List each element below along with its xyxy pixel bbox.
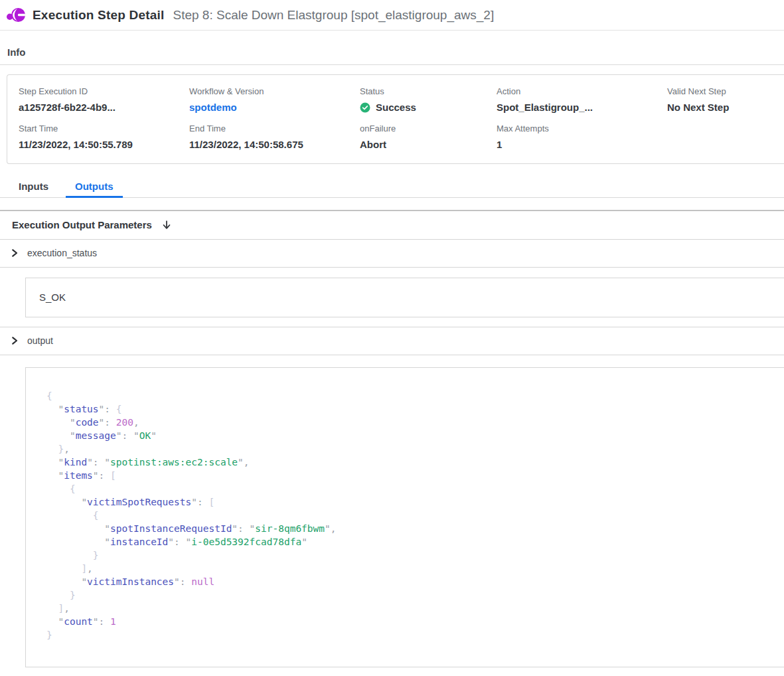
success-check-icon — [360, 102, 370, 113]
field-value: No Next Step — [667, 102, 784, 113]
chevron-right-icon — [11, 337, 18, 345]
field-valid-next-step: Valid Next Step No Next Step — [667, 86, 784, 113]
field-label: End Time — [189, 124, 360, 133]
param-name: output — [27, 335, 53, 346]
field-label: Max Attempts — [497, 124, 667, 133]
page-title: Execution Step Detail — [33, 8, 164, 23]
param-row-output[interactable]: output — [0, 327, 784, 355]
chevron-right-icon — [11, 249, 18, 257]
tab-outputs[interactable]: Outputs — [66, 177, 123, 198]
app-logo-icon — [7, 7, 26, 24]
output-parameters-title: Execution Output Parameters — [12, 219, 152, 230]
field-end-time: End Time 11/23/2022, 14:50:58.675 — [189, 124, 360, 150]
field-value: 11/23/2022, 14:50:55.789 — [19, 139, 189, 150]
field-label: onFailure — [360, 124, 497, 133]
param-name: execution_status — [27, 248, 97, 258]
info-card: Step Execution ID a125728f-6b22-4b9... W… — [7, 74, 784, 164]
info-section-title: Info — [0, 31, 784, 65]
output-json-box: { "status": { "code": 200, "message": "O… — [25, 367, 784, 667]
param-row-execution-status[interactable]: execution_status — [0, 240, 784, 268]
field-value: Abort — [360, 139, 497, 150]
tab-inputs[interactable]: Inputs — [9, 177, 58, 198]
status-text: Success — [376, 102, 416, 113]
field-action: Action Spot_Elastigroup_... — [497, 86, 667, 113]
field-start-time: Start Time 11/23/2022, 14:50:55.789 — [19, 124, 189, 150]
field-label: Step Execution ID — [19, 86, 189, 96]
field-value: Spot_Elastigroup_... — [497, 102, 667, 113]
output-parameters-header: Execution Output Parameters — [0, 211, 784, 240]
execution-status-value: S_OK — [39, 292, 66, 303]
page-subtitle: Step 8: Scale Down Elastgroup [spot_elas… — [173, 8, 494, 23]
field-max-attempts: Max Attempts 1 — [497, 124, 667, 150]
field-label: Action — [497, 86, 667, 96]
field-label: Workflow & Version — [189, 86, 360, 96]
page-header: Execution Step Detail Step 8: Scale Down… — [0, 0, 784, 31]
field-value: 11/23/2022, 14:50:58.675 — [189, 139, 360, 150]
field-value: a125728f-6b22-4b9... — [19, 102, 189, 113]
tab-bar: Inputs Outputs — [0, 177, 784, 198]
field-label: Status — [360, 86, 497, 96]
field-step-execution-id: Step Execution ID a125728f-6b22-4b9... — [19, 86, 189, 113]
arrow-down-icon[interactable] — [161, 220, 172, 230]
field-status: Status Success — [360, 86, 497, 113]
json-viewer: { "status": { "code": 200, "message": "O… — [46, 389, 768, 641]
field-workflow-version: Workflow & Version spotdemo — [189, 86, 360, 113]
field-label: Start Time — [19, 124, 189, 133]
execution-status-value-box: S_OK — [25, 278, 784, 317]
field-value: 1 — [497, 139, 667, 150]
workflow-link[interactable]: spotdemo — [189, 102, 360, 113]
field-onfailure: onFailure Abort — [360, 124, 497, 150]
field-label: Valid Next Step — [667, 86, 784, 96]
